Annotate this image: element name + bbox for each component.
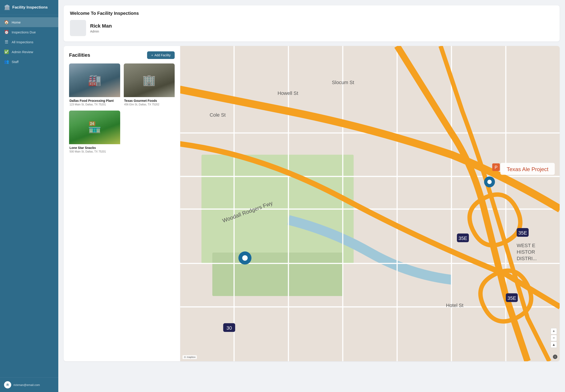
sidebar-item-label: Inspections Due [12, 30, 36, 34]
app-icon: 🏛️ [4, 4, 10, 10]
zoom-in-button[interactable]: + [551, 328, 557, 334]
map-info-button[interactable]: i [553, 355, 557, 359]
profile-row: Rick Man Admin [70, 20, 553, 36]
svg-text:P: P [495, 165, 497, 170]
profile-info: Rick Man Admin [90, 23, 112, 33]
facility-address: 456 Elm St, Dallas, TX 75202 [124, 103, 174, 106]
svg-text:Texas Ale Project: Texas Ale Project [507, 166, 548, 172]
add-facility-button[interactable]: + Add Facility [147, 51, 175, 59]
facility-name: Lone Star Snacks [69, 146, 120, 150]
map-panel: Woodall Rodgers Fwy Cole St Howell St Sl… [180, 46, 560, 361]
facility-image [124, 63, 175, 97]
sidebar-item-home[interactable]: 🏠 Home [0, 17, 58, 27]
svg-text:30: 30 [226, 325, 232, 331]
svg-text:Howell St: Howell St [277, 90, 298, 96]
add-facility-icon: + [151, 53, 153, 57]
svg-text:Slocum St: Slocum St [332, 80, 354, 85]
svg-text:Cole St: Cole St [210, 112, 226, 118]
sidebar-item-all-inspections[interactable]: ☰ All Inspections [0, 37, 58, 47]
facility-image [69, 111, 120, 144]
facility-info: Dallas Food Processing Plant 123 Main St… [69, 97, 120, 107]
sidebar-item-label: All Inspections [12, 40, 33, 44]
mapbox-logo: ⊙ mapbox [182, 355, 197, 359]
facility-address: 123 Main St, Dallas, TX 75201 [69, 103, 120, 106]
sidebar-item-admin-review[interactable]: ✅ Admin Review [0, 47, 58, 57]
check-circle-icon: ✅ [4, 49, 9, 54]
map-controls: + − ▲ [551, 328, 557, 348]
profile-avatar [70, 20, 86, 36]
welcome-title: Welcome To Facility Inspections [70, 11, 553, 16]
svg-text:35E: 35E [518, 230, 527, 236]
svg-text:WEST E: WEST E [517, 243, 535, 248]
facility-info: Texas Gourmet Foods 456 Elm St, Dallas, … [124, 97, 175, 107]
user-avatar: R [4, 381, 11, 388]
welcome-card: Welcome To Facility Inspections Rick Man… [64, 5, 560, 42]
facilities-header: Facilities + Add Facility [69, 51, 175, 59]
sidebar-footer: R rickman@email.com [0, 378, 58, 392]
svg-text:35E: 35E [458, 236, 467, 241]
user-email: rickman@email.com [14, 383, 40, 387]
mapbox-circle: ⊙ [184, 356, 186, 359]
sidebar-header: 🏛️ Facility Inspections [0, 0, 58, 15]
profile-role: Admin [90, 30, 112, 33]
facility-name: Dallas Food Processing Plant [69, 99, 120, 102]
sidebar: 🏛️ Facility Inspections 🏠 Home ⏰ Inspect… [0, 0, 58, 392]
svg-point-30 [487, 180, 492, 184]
home-icon: 🏠 [4, 20, 9, 25]
facilities-panel: Facilities + Add Facility Dallas Food Pr… [64, 46, 180, 361]
facilities-grid: Dallas Food Processing Plant 123 Main St… [69, 63, 175, 154]
svg-text:Hotel St: Hotel St [446, 303, 463, 308]
sidebar-nav: 🏠 Home ⏰ Inspections Due ☰ All Inspectio… [0, 15, 58, 378]
mapbox-label: mapbox [187, 356, 195, 358]
sidebar-item-label: Home [12, 20, 21, 24]
svg-rect-2 [212, 252, 343, 296]
facility-card-dallas-food[interactable]: Dallas Food Processing Plant 123 Main St… [69, 63, 120, 107]
facility-card-lone-star[interactable]: Lone Star Snacks 500 Main St, Dallas, TX… [69, 111, 120, 154]
facilities-map-row: Facilities + Add Facility Dallas Food Pr… [64, 46, 560, 361]
main-content: Welcome To Facility Inspections Rick Man… [58, 0, 565, 392]
north-button[interactable]: ▲ [551, 342, 557, 348]
sidebar-item-label: Admin Review [12, 50, 33, 54]
facility-card-texas-gourmet[interactable]: Texas Gourmet Foods 456 Elm St, Dallas, … [124, 63, 175, 107]
svg-text:35E: 35E [507, 295, 516, 301]
users-icon: 👥 [4, 59, 9, 64]
svg-text:DISTRI...: DISTRI... [517, 256, 537, 261]
app-title: Facility Inspections [12, 5, 48, 10]
clock-icon: ⏰ [4, 30, 9, 35]
add-facility-label: Add Facility [154, 53, 171, 57]
facility-info: Lone Star Snacks 500 Main St, Dallas, TX… [69, 144, 120, 154]
sidebar-item-label: Staff [12, 60, 19, 64]
profile-name: Rick Man [90, 23, 112, 29]
facilities-title: Facilities [69, 52, 90, 58]
facility-name: Texas Gourmet Foods [124, 99, 174, 102]
sidebar-item-staff[interactable]: 👥 Staff [0, 57, 58, 67]
zoom-out-button[interactable]: − [551, 335, 557, 341]
sidebar-item-inspections-due[interactable]: ⏰ Inspections Due [0, 27, 58, 37]
map-svg: Woodall Rodgers Fwy Cole St Howell St Sl… [180, 46, 560, 361]
facility-address: 500 Main St, Dallas, TX 75201 [69, 150, 120, 153]
facility-image [69, 63, 120, 97]
list-icon: ☰ [4, 40, 9, 44]
svg-point-28 [242, 255, 248, 261]
svg-text:HISTOR: HISTOR [517, 249, 535, 255]
